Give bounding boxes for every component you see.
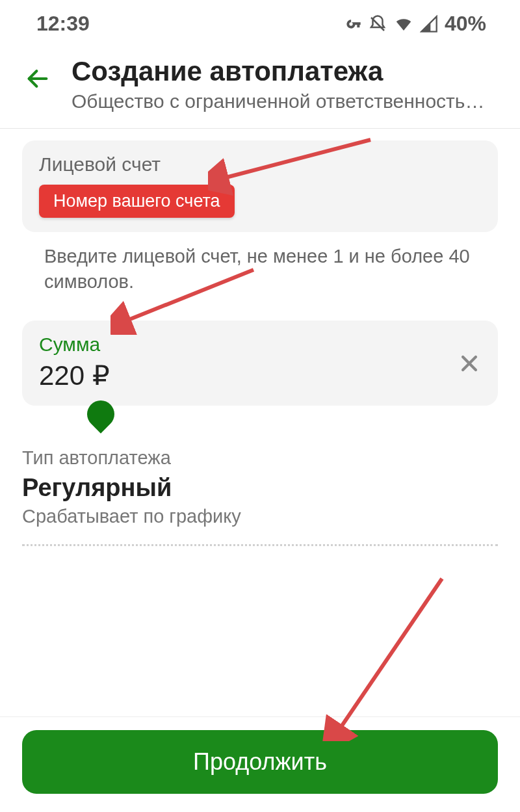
status-time: 12:39: [36, 12, 90, 36]
page-subtitle: Общество с ограниченной ответственностью…: [72, 90, 498, 112]
content: Лицевой счет Номер вашего счета Введите …: [0, 129, 520, 546]
page-title: Создание автоплатежа: [72, 57, 498, 86]
arrow-left-icon: [25, 66, 51, 92]
vpn-key-icon: [341, 14, 361, 34]
back-button[interactable]: [22, 63, 53, 94]
account-card: Лицевой счет Номер вашего счета: [22, 140, 498, 232]
divider: [22, 544, 498, 546]
status-bar: 12:39 40%: [0, 0, 520, 42]
svg-line-6: [338, 579, 442, 731]
status-right: 40%: [341, 12, 486, 36]
amount-card[interactable]: Сумма 220 ₽: [22, 321, 498, 406]
autopayment-type-section: Тип автоплатежа Регулярный Срабатывает п…: [22, 425, 498, 546]
type-sub: Срабатывает по графику: [22, 506, 498, 527]
mute-icon: [368, 14, 387, 34]
account-hint: Введите лицевой счет, не менее 1 и не бо…: [22, 232, 498, 295]
signal-icon: [420, 15, 438, 33]
account-number-chip[interactable]: Номер вашего счета: [39, 185, 235, 218]
footer: Продолжить: [0, 716, 520, 794]
clear-amount-button[interactable]: [455, 349, 484, 378]
annotation-arrow-3: [322, 572, 452, 741]
type-label: Тип автоплатежа: [22, 447, 498, 469]
amount-value: 220 ₽: [39, 360, 481, 391]
continue-button[interactable]: Продолжить: [22, 730, 498, 794]
account-label: Лицевой счет: [39, 153, 481, 176]
battery-text: 40%: [445, 12, 486, 36]
type-value: Регулярный: [22, 474, 498, 502]
amount-label: Сумма: [39, 334, 481, 356]
wifi-icon: [394, 14, 413, 34]
page-header: Создание автоплатежа Общество с ограниче…: [0, 42, 520, 129]
close-icon: [458, 352, 480, 374]
